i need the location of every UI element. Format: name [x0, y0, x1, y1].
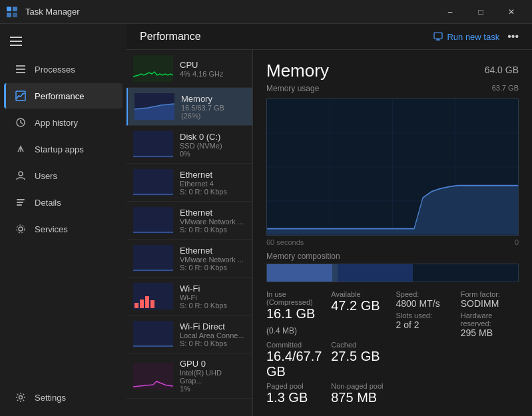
sidebar-item-services[interactable]: Services — [4, 216, 123, 242]
svg-rect-13 — [17, 204, 22, 206]
sidebar-item-processes[interactable]: Processes — [4, 57, 123, 82]
nonpaged-label: Non-paged pool — [331, 382, 389, 390]
disk-thumbnail — [133, 131, 173, 158]
header-actions: Run new task ••• — [433, 31, 519, 43]
svg-rect-17 — [434, 33, 442, 39]
sidebar: Processes Performance App history — [0, 24, 127, 416]
run-task-label: Run new task — [447, 32, 499, 42]
hw-reserved-value: 295 MB — [461, 327, 519, 338]
sidebar-item-label: Services — [35, 224, 68, 234]
wifi-thumbnail — [133, 283, 173, 310]
users-icon — [15, 170, 27, 182]
standby-segment — [338, 264, 413, 282]
gpu-info: GPU 0 Intel(R) UHD Grap... 1% — [180, 359, 246, 393]
sidebar-item-label: Users — [35, 171, 57, 181]
minimize-button[interactable]: – — [435, 0, 465, 24]
app-history-icon — [15, 116, 27, 128]
svg-rect-21 — [134, 303, 138, 308]
nonpaged-value: 875 MB — [331, 390, 389, 405]
settings-icon — [15, 391, 27, 403]
memory-name: Memory — [181, 94, 246, 104]
cpu-sub: 4% 4.16 GHz — [180, 70, 246, 78]
chart-area: Memory 64.0 GB Memory usage 63.7 GB — [253, 50, 532, 416]
resource-item-eth3[interactable]: Ethernet VMware Network ... S: 0 R: 0 Kb… — [127, 240, 252, 278]
run-new-task-button[interactable]: Run new task — [433, 32, 499, 42]
memory-info: Memory 16.5/63.7 GB (26%) — [181, 94, 246, 120]
memory-graph — [266, 99, 519, 236]
in-use-value: 16.1 GB — [266, 306, 315, 321]
eth1-info: Ethernet Ethernet 4 S: 0 R: 0 Kbps — [180, 170, 246, 196]
wifidirect-sub2: S: 0 R: 0 Kbps — [180, 339, 246, 347]
composition-label: Memory composition — [266, 252, 519, 261]
disk-name: Disk 0 (C:) — [180, 132, 246, 142]
resource-item-memory[interactable]: Memory 16.5/63.7 GB (26%) — [127, 88, 252, 126]
main-layout: Processes Performance App history — [0, 24, 532, 416]
time-right: 0 — [515, 238, 519, 246]
resource-item-wifi[interactable]: Wi-Fi Wi-Fi S: 0 R: 0 Kbps — [127, 278, 252, 315]
sidebar-item-users[interactable]: Users — [4, 163, 123, 188]
svg-rect-2 — [7, 13, 11, 17]
eth3-info: Ethernet VMware Network ... S: 0 R: 0 Kb… — [180, 246, 246, 272]
cpu-name: CPU — [180, 60, 246, 70]
cpu-thumbnail — [133, 55, 173, 82]
stat-committed: Committed 16.4/67.7 GB — [266, 341, 324, 379]
eth2-sub1: VMware Network ... — [180, 218, 246, 226]
sidebar-item-app-history[interactable]: App history — [4, 110, 123, 135]
close-button[interactable]: ✕ — [496, 0, 527, 24]
speed-label: Speed: — [396, 290, 454, 298]
run-task-icon — [433, 32, 443, 41]
sidebar-item-performance[interactable]: Performance — [4, 83, 123, 108]
sidebar-item-startup-apps[interactable]: Startup apps — [4, 136, 123, 162]
svg-rect-6 — [16, 72, 25, 73]
svg-rect-5 — [16, 69, 25, 70]
svg-point-10 — [19, 172, 23, 176]
committed-value: 16.4/67.7 GB — [266, 349, 324, 379]
performance-area: CPU 4% 4.16 GHz Memory 16.5/63.7 GB — [127, 50, 532, 416]
resource-item-eth1[interactable]: Ethernet Ethernet 4 S: 0 R: 0 Kbps — [127, 164, 252, 202]
usage-label: Memory usage — [266, 84, 319, 93]
svg-rect-24 — [150, 300, 154, 308]
eth2-name: Ethernet — [180, 208, 246, 218]
sidebar-item-details[interactable]: Details — [4, 190, 123, 215]
composition-bar — [266, 264, 519, 282]
memory-sub: 16.5/63.7 GB (26%) — [181, 104, 246, 120]
maximize-button[interactable]: □ — [465, 0, 496, 24]
eth3-name: Ethernet — [180, 246, 246, 256]
wifi-name: Wi-Fi — [180, 284, 246, 294]
performance-icon — [15, 90, 27, 102]
gpu-name: GPU 0 — [180, 359, 246, 369]
eth1-sub2: S: 0 R: 0 Kbps — [180, 188, 246, 196]
stat-available: Available 47.2 GB — [331, 290, 389, 338]
stat-speed: Speed: 4800 MT/s Slots used: 2 of 2 — [396, 290, 454, 338]
sidebar-item-label: Startup apps — [35, 144, 84, 154]
stat-nonpaged: Non-paged pool 875 MB — [331, 382, 389, 405]
eth1-thumbnail — [133, 169, 173, 196]
form-value: SODIMM — [461, 298, 519, 309]
svg-rect-3 — [13, 13, 17, 17]
wifidirect-name: Wi-Fi Direct — [180, 321, 246, 331]
more-options-button[interactable]: ••• — [507, 31, 519, 43]
titlebar-controls: – □ ✕ — [435, 0, 527, 24]
hamburger-button[interactable] — [3, 29, 29, 53]
eth3-sub1: VMware Network ... — [180, 256, 246, 264]
resource-item-gpu0[interactable]: GPU 0 Intel(R) UHD Grap... 1% — [127, 353, 252, 399]
svg-rect-22 — [140, 300, 144, 308]
resource-item-disk0[interactable]: Disk 0 (C:) SSD (NVMe) 0% — [127, 126, 252, 164]
svg-point-14 — [19, 227, 23, 231]
committed-label: Committed — [266, 341, 324, 349]
eth2-thumbnail — [133, 207, 173, 234]
speed-value: 4800 MT/s — [396, 298, 454, 309]
slots-label: Slots used: — [396, 312, 454, 319]
hw-reserved-label: Hardware reserved: — [461, 312, 519, 327]
sidebar-item-settings[interactable]: Settings — [4, 385, 123, 410]
chart-header: Memory 64.0 GB — [266, 61, 519, 81]
titlebar: Task Manager – □ ✕ — [0, 0, 532, 24]
app-title: Task Manager — [25, 7, 80, 17]
max-value-label: 63.7 GB — [492, 84, 519, 92]
app-icon — [5, 5, 19, 19]
startup-apps-icon — [15, 143, 27, 155]
resource-item-wifidirect[interactable]: Wi-Fi Direct Local Area Conne... S: 0 R:… — [127, 315, 252, 353]
resource-item-eth2[interactable]: Ethernet VMware Network ... S: 0 R: 0 Kb… — [127, 202, 252, 240]
resource-item-cpu[interactable]: CPU 4% 4.16 GHz — [127, 50, 252, 88]
stat-cached: Cached 27.5 GB — [331, 341, 389, 379]
